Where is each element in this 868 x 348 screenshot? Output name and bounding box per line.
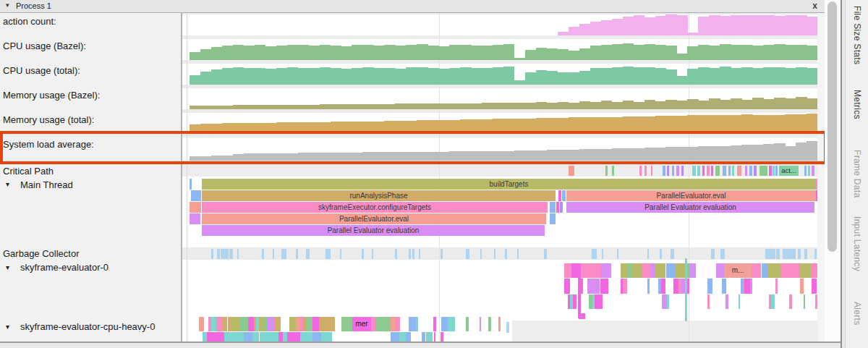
cpu-heavy-slice — [289, 317, 297, 331]
cpu-heavy-tick — [506, 322, 509, 333]
evaluator0-tag[interactable]: m... — [724, 263, 752, 278]
trace-slice[interactable] — [190, 202, 201, 213]
histogram-bar — [590, 22, 601, 35]
histogram-bar — [579, 101, 590, 109]
evaluator0-slice — [750, 279, 752, 294]
trace-slice[interactable] — [560, 202, 563, 213]
histogram-bar — [449, 68, 460, 85]
histogram-bar — [612, 102, 623, 109]
histogram-bar — [395, 46, 406, 60]
histogram-bar — [298, 68, 309, 85]
evaluator0-slice — [573, 294, 576, 309]
critical-path-tag[interactable]: act... — [779, 166, 799, 176]
histogram-bar — [601, 68, 612, 85]
histogram-bar — [796, 67, 807, 85]
trace-slice[interactable]: Parallel Evaluator evaluation — [202, 225, 545, 236]
cpu-heavy-slice — [406, 332, 411, 342]
histogram-bar — [331, 46, 341, 60]
cpu-heavy-slice — [287, 332, 300, 342]
histogram-bar — [331, 68, 341, 85]
histogram-bar — [406, 103, 417, 109]
evaluator0-slice — [599, 294, 603, 309]
label-column-divider[interactable] — [181, 12, 182, 342]
histogram-bar — [373, 46, 384, 60]
gc-tick — [237, 249, 239, 259]
evaluator0-slice — [625, 279, 627, 294]
counter-label-0: action count: — [3, 16, 56, 27]
histogram-bar — [352, 68, 362, 85]
critical-path-tick — [728, 166, 731, 176]
trace-slice[interactable]: skyframeExecutor.configureTargets — [202, 202, 548, 213]
cpu-heavy-slice — [259, 317, 264, 331]
trace-slice[interactable]: buildTargets — [202, 179, 816, 190]
histogram-bar — [644, 100, 655, 109]
trace-slice[interactable] — [558, 190, 561, 201]
evaluator0-slice — [655, 263, 666, 278]
histogram-bar — [460, 103, 471, 109]
histogram-bar — [309, 46, 320, 60]
gc-tick — [545, 249, 547, 259]
histogram-bar — [665, 69, 676, 85]
evaluator0-collapse-icon[interactable]: ▾ — [6, 263, 9, 271]
histogram-bar — [634, 15, 644, 35]
gc-tick — [505, 249, 507, 259]
sidebar-tab-metrics[interactable]: Metrics — [846, 69, 868, 139]
cpu-heavy-tag[interactable]: mer — [352, 317, 371, 331]
close-icon[interactable]: x — [812, 1, 817, 11]
trace-slice[interactable] — [190, 213, 200, 224]
histogram-bar — [384, 104, 395, 109]
histogram-bar — [352, 104, 362, 109]
histogram-bar — [244, 46, 255, 60]
histogram-bar — [298, 45, 309, 60]
sidebar-tab-frame-data[interactable]: Frame Data — [846, 139, 868, 208]
sidebar-tab-file-size-stats[interactable]: File Size Stats — [846, 0, 868, 69]
trace-slice[interactable]: ParallelEvaluator.eval — [566, 190, 816, 201]
histogram-bar — [785, 98, 796, 109]
histogram-bar — [569, 51, 579, 60]
trace-slice[interactable] — [190, 179, 192, 190]
cpu-heavy-slice — [448, 317, 455, 331]
cpu-heavy-collapse-icon[interactable]: ▾ — [6, 323, 9, 331]
highlight-rectangle — [0, 131, 825, 164]
main-thread-collapse-icon[interactable]: ▾ — [6, 180, 9, 188]
cpu-heavy-slice — [312, 317, 319, 331]
histogram-bar — [547, 103, 558, 109]
histogram-bar — [720, 16, 731, 35]
trace-slice[interactable]: ParallelEvaluator.eval — [202, 213, 546, 224]
histogram-bar — [720, 67, 731, 85]
histogram-bar — [200, 49, 211, 60]
sidebar-tab-input-latency[interactable]: Input Latency — [846, 209, 868, 279]
trace-slice[interactable]: Parallel Evaluator evaluation — [566, 202, 814, 213]
gc-band — [182, 247, 825, 260]
histogram-bar — [449, 103, 460, 109]
gc-tick — [409, 249, 411, 259]
collapse-triangle-icon[interactable]: ▾ — [6, 1, 9, 9]
histogram-bar — [676, 15, 687, 35]
histogram-bar — [752, 15, 763, 35]
horizontal-scrollbar[interactable] — [0, 343, 841, 348]
evaluator0-slice — [600, 279, 609, 294]
histogram-bar — [752, 98, 763, 109]
histogram-bar — [590, 46, 601, 60]
histogram-bar — [384, 68, 395, 85]
histogram-bar — [709, 98, 720, 109]
vertical-scrollbar-thumb[interactable] — [827, 1, 837, 252]
evaluator0-slice — [675, 263, 681, 278]
histogram-bar — [493, 103, 503, 109]
histogram-bar — [427, 68, 438, 85]
histogram-bar — [362, 45, 373, 60]
trace-slice[interactable] — [562, 190, 566, 201]
histogram-bar — [665, 46, 676, 60]
sidebar-tab-alerts[interactable]: Alerts — [846, 279, 868, 348]
histogram-bar — [320, 104, 331, 109]
trace-slice[interactable] — [191, 190, 201, 201]
trace-slice[interactable] — [550, 213, 556, 224]
evaluator0-slice — [579, 263, 590, 278]
critical-path-tick — [749, 166, 752, 176]
trace-slice[interactable] — [556, 202, 559, 213]
cpu-heavy-slice — [239, 317, 248, 331]
trace-slice[interactable] — [550, 202, 556, 213]
trace-slice[interactable]: runAnalysisPhase — [202, 190, 556, 201]
process-header[interactable]: ▾ Process 1 x — [0, 0, 825, 13]
histogram-bar — [644, 44, 655, 60]
